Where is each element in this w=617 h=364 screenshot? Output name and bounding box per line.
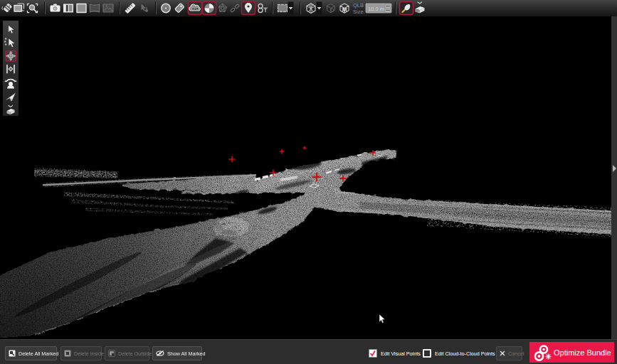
svg-text:Size:: Size:	[353, 9, 365, 15]
svg-text:M: M	[342, 6, 347, 13]
svg-text:10.0 m: 10.0 m	[368, 6, 384, 12]
